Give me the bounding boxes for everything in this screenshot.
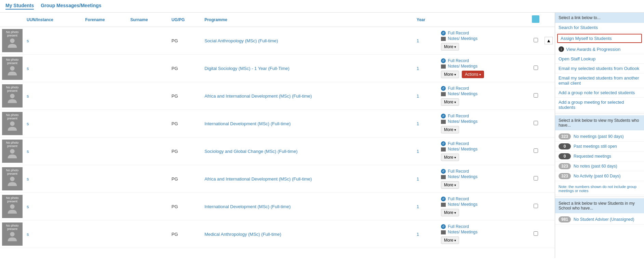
uun-link[interactable]: s xyxy=(27,176,29,182)
programme-link[interactable]: Sociology and Global Change (MSc) (Full-… xyxy=(204,149,297,154)
year-link[interactable]: 1 xyxy=(417,176,419,182)
more-button[interactable]: More xyxy=(441,126,459,133)
year-link[interactable]: 1 xyxy=(417,38,419,43)
sidebar-link[interactable]: Email my selected students from another … xyxy=(555,73,644,88)
stat-row: 0 Past meetings still open xyxy=(555,142,644,152)
programme-link[interactable]: Africa and International Development (MS… xyxy=(204,176,312,182)
svg-point-3 xyxy=(10,121,14,126)
notes-icon xyxy=(441,37,446,41)
sidebar-link[interactable]: Assign Myself to Students xyxy=(557,34,642,43)
ugpg-cell: PG xyxy=(170,82,202,110)
row-checkbox[interactable] xyxy=(534,176,538,181)
stat-link[interactable]: Requested meetings xyxy=(574,154,611,159)
notes-meetings-link[interactable]: Notes/ Meetings xyxy=(441,36,527,41)
row-checkbox[interactable] xyxy=(534,121,538,125)
actions-cell: ↺ Full Record Notes/ Meetings More xyxy=(439,193,529,220)
sidebar-link[interactable]: iView Awards & Progression xyxy=(555,44,644,54)
avatar-icon xyxy=(7,38,17,48)
row-checkbox[interactable] xyxy=(534,204,538,208)
more-button[interactable]: More xyxy=(441,43,459,51)
table-row: No photo present sPGInternational Develo… xyxy=(0,110,555,138)
notes-meetings-link[interactable]: Notes/ Meetings xyxy=(441,202,527,207)
stat-row: 323 No Activity (past 60 Days) xyxy=(555,171,644,181)
sidebar-link[interactable]: Email my selected students from Outlook xyxy=(555,64,644,73)
uun-link[interactable]: s xyxy=(27,38,29,43)
row-checkbox-cell xyxy=(529,110,542,138)
notes-meetings-link[interactable]: Notes/ Meetings xyxy=(441,174,527,179)
stat-link[interactable]: No Student Adviser (Unassigned) xyxy=(574,217,634,222)
uun-link[interactable]: s xyxy=(27,93,29,99)
surname-cell xyxy=(128,110,170,138)
year-cell: 1 xyxy=(415,138,439,165)
programme-link[interactable]: Digital Sociology (MSc) - 1 Year (Full-T… xyxy=(204,66,290,71)
uun-cell: s xyxy=(25,138,83,165)
stat-link[interactable]: No notes (past 60 days) xyxy=(574,164,617,169)
notes-meetings-link[interactable]: Notes/ Meetings xyxy=(441,64,527,69)
stat-link[interactable]: No meetings (past 90 days) xyxy=(574,134,624,139)
sidebar-link[interactable]: Add a group meeting for selected student… xyxy=(555,98,644,112)
programme-link[interactable]: Medical Anthropology (MSc) (Full-time) xyxy=(204,232,281,237)
more-button[interactable]: More xyxy=(441,209,459,216)
sidebar-link[interactable]: Add a group note for selected students xyxy=(555,88,644,98)
uun-link[interactable]: s xyxy=(27,121,29,126)
select-all-button[interactable] xyxy=(532,15,539,23)
actions-button[interactable]: Actions xyxy=(462,71,484,78)
full-record-link[interactable]: ↺ Full Record xyxy=(441,224,527,229)
row-checkbox[interactable] xyxy=(534,66,538,70)
more-button[interactable]: More xyxy=(441,236,459,244)
full-record-link[interactable]: ↺ Full Record xyxy=(441,31,527,36)
tab-group-messages[interactable]: Group Messages/Meetings xyxy=(41,3,101,10)
full-record-link[interactable]: ↺ Full Record xyxy=(441,114,527,119)
full-record-link[interactable]: ↺ Full Record xyxy=(441,197,527,202)
programme-link[interactable]: Africa and International Development (MS… xyxy=(204,93,312,99)
notes-meetings-link[interactable]: Notes/ Meetings xyxy=(441,147,527,152)
avatar-cell: No photo present xyxy=(0,220,25,248)
year-link[interactable]: 1 xyxy=(417,66,419,71)
more-button[interactable]: More xyxy=(441,98,459,106)
top-nav: My Students Group Messages/Meetings xyxy=(0,0,644,13)
full-record-link[interactable]: ↺ Full Record xyxy=(441,86,527,91)
programme-link[interactable]: International Development (MSc) (Full-ti… xyxy=(204,121,291,126)
more-button[interactable]: More xyxy=(441,181,459,189)
uun-link[interactable]: s xyxy=(27,66,29,71)
stat-badge: 0 xyxy=(559,143,571,149)
stat-link[interactable]: No Activity (past 60 Days) xyxy=(574,174,620,178)
more-button[interactable]: More xyxy=(441,154,459,161)
full-record-link[interactable]: ↺ Full Record xyxy=(441,58,527,63)
scroll-cell xyxy=(542,193,555,220)
notes-meetings-link[interactable]: Notes/ Meetings xyxy=(441,230,527,234)
actions-cell: ↺ Full Record Notes/ Meetings More xyxy=(439,110,529,138)
year-link[interactable]: 1 xyxy=(417,121,419,126)
row-checkbox[interactable] xyxy=(534,38,538,42)
year-link[interactable]: 1 xyxy=(417,149,419,154)
year-link[interactable]: 1 xyxy=(417,204,419,209)
sidebar-link[interactable]: Search for Students xyxy=(555,23,644,32)
uun-link[interactable]: s xyxy=(27,149,29,154)
avatar: No photo present xyxy=(2,167,23,190)
avatar: No photo present xyxy=(2,195,23,218)
row-checkbox[interactable] xyxy=(534,148,538,153)
avatar-cell: No photo present xyxy=(0,55,25,82)
notes-meetings-link[interactable]: Notes/ Meetings xyxy=(441,91,527,96)
programme-link[interactable]: Social Anthropology (MSc) (Full-time) xyxy=(204,38,278,43)
ugpg-cell: PG xyxy=(170,165,202,193)
year-link[interactable]: 1 xyxy=(417,232,419,237)
sidebar-my-students-header: Select a link below to view my Students … xyxy=(555,115,644,130)
uun-link[interactable]: s xyxy=(27,232,29,237)
stat-link[interactable]: Past meetings still open xyxy=(574,144,617,149)
row-checkbox[interactable] xyxy=(534,93,538,98)
uun-link[interactable]: s xyxy=(27,204,29,209)
programme-cell: Africa and International Development (MS… xyxy=(202,82,415,110)
tab-my-students[interactable]: My Students xyxy=(5,3,34,10)
year-link[interactable]: 1 xyxy=(417,93,419,99)
uun-cell: s xyxy=(25,110,83,138)
scroll-up-button[interactable]: ▲ xyxy=(545,37,553,44)
programme-link[interactable]: International Development (MSc) (Full-ti… xyxy=(204,204,291,209)
sidebar-link[interactable]: Open Staff Lookup xyxy=(555,54,644,64)
full-record-link[interactable]: ↺ Full Record xyxy=(441,169,527,174)
notes-meetings-link[interactable]: Notes/ Meetings xyxy=(441,119,527,124)
col-programme: Programme xyxy=(202,13,415,27)
full-record-link[interactable]: ↺ Full Record xyxy=(441,141,527,146)
row-checkbox[interactable] xyxy=(534,231,538,236)
more-button[interactable]: More xyxy=(441,71,459,78)
